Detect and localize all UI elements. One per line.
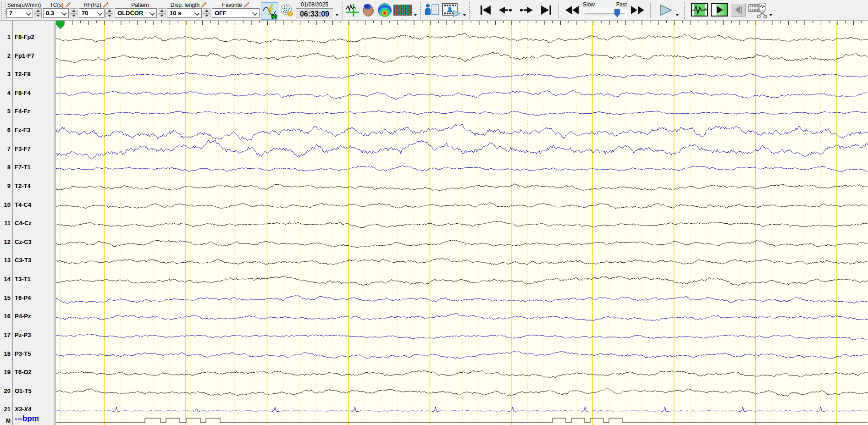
channel-label[interactable]: Fp1-F7 — [15, 52, 34, 59]
channel-label[interactable]: X3-X4 — [15, 406, 31, 413]
channel-number: 1 — [0, 33, 11, 40]
triangle-down-icon — [160, 15, 164, 17]
notch-filter-button[interactable]: 50 — [261, 2, 278, 20]
heart-rate-value: ---bpm — [15, 414, 39, 423]
spectrogram-icon — [393, 5, 412, 16]
spinner-up[interactable] — [158, 8, 166, 13]
edit-pencil-icon[interactable] — [103, 2, 109, 8]
video-clip-cut-button[interactable] — [748, 3, 767, 18]
channel-label[interactable]: T2-F8 — [15, 71, 31, 77]
patient-report-button[interactable] — [424, 2, 440, 18]
pattern-label: Pattern — [131, 2, 149, 8]
channel-number: 19 — [0, 369, 11, 375]
rewind-icon — [564, 5, 580, 15]
favorite-select[interactable]: OFF — [212, 8, 260, 18]
video-dropdown-button[interactable] — [462, 2, 467, 18]
page-back-button[interactable] — [498, 2, 513, 18]
triangle-up-icon — [160, 10, 164, 12]
display-length-select[interactable]: 10 s — [167, 8, 202, 18]
spinner-up[interactable] — [105, 8, 113, 13]
channel-number: 4 — [0, 89, 11, 96]
tc-group: TC(s) 0.3 — [43, 1, 77, 18]
step-back-disabled-button[interactable] — [730, 3, 746, 17]
channel-label[interactable]: F7-T1 — [15, 164, 31, 171]
channel-label[interactable]: Pz-P3 — [15, 331, 31, 338]
spinner-up[interactable] — [203, 8, 210, 13]
skip-to-end-button[interactable] — [540, 2, 552, 18]
clip-dropdown-button[interactable] — [768, 2, 773, 18]
spinner-up[interactable] — [70, 8, 77, 13]
eeg-canvas[interactable] — [55, 21, 868, 425]
time-display[interactable]: 06:33:09 — [296, 8, 333, 20]
channel-label[interactable]: T3-T1 — [15, 276, 31, 282]
spinner-down[interactable] — [34, 13, 42, 18]
back-disabled-icon — [732, 4, 745, 16]
channel-label[interactable]: Cz-C3 — [15, 238, 32, 245]
rewind-button[interactable] — [564, 2, 580, 18]
channel-label[interactable]: F3-F7 — [15, 145, 31, 152]
spectrogram-button[interactable] — [393, 2, 412, 18]
channel-label[interactable]: T2-T4 — [15, 182, 31, 189]
edit-pencil-icon[interactable] — [243, 2, 249, 8]
hf-group: HF(Hz) 70 — [79, 1, 113, 18]
channel-label[interactable]: T6-P4 — [15, 294, 31, 301]
play-dropdown-button[interactable] — [674, 2, 680, 18]
electrode-map-button[interactable] — [279, 2, 294, 18]
datetime-dropdown-button[interactable] — [334, 2, 339, 18]
speed-slider-thumb[interactable] — [614, 9, 620, 17]
channel-number: 13 — [0, 257, 11, 264]
fast-forward-button[interactable] — [630, 2, 645, 18]
edit-pencil-icon[interactable] — [65, 2, 71, 8]
channel-label[interactable]: F4-Fz — [15, 108, 30, 115]
channel-label[interactable]: T6-O2 — [15, 369, 32, 375]
trend-view-button[interactable] — [691, 3, 708, 17]
channel-label[interactable]: C4-Cz — [15, 220, 32, 226]
pattern-select[interactable]: OLDCOR — [115, 8, 157, 18]
display-length-label: Disp. length — [171, 2, 199, 8]
channel-number: 8 — [0, 164, 11, 171]
brain-3d-map-button[interactable] — [361, 2, 376, 18]
sensitivity-select[interactable]: 7 — [6, 8, 33, 18]
speed-slider-track[interactable] — [583, 8, 627, 18]
chevron-down-icon — [149, 11, 155, 16]
toolbar-grip[interactable] — [1, 2, 6, 19]
pattern-value: OLDCOR — [117, 10, 143, 17]
separator — [558, 3, 559, 18]
page-forward-button[interactable] — [519, 2, 534, 18]
spinner-down[interactable] — [70, 13, 77, 18]
channel-number: 20 — [0, 387, 11, 394]
sensitivity-label: Sens(uV/mm) — [7, 2, 41, 8]
spinner-up[interactable] — [34, 8, 42, 13]
play-button[interactable] — [659, 2, 673, 18]
tc-value: 0.3 — [46, 10, 54, 17]
channel-label[interactable]: Fz-F3 — [15, 127, 30, 133]
hf-label: HF(Hz) — [83, 2, 101, 8]
channel-number: 14 — [0, 276, 11, 282]
channel-label[interactable]: F8-Fp2 — [15, 33, 34, 40]
channel-label[interactable]: P4-Pz — [15, 313, 31, 320]
channel-label[interactable]: O1-T5 — [15, 387, 32, 394]
eeg-viewer-window: Sens(uV/mm) 7 TC(s) 0.3 — [0, 0, 868, 425]
waveform-cursor-button[interactable] — [346, 2, 359, 18]
hf-select[interactable]: 70 — [79, 8, 105, 18]
separator — [420, 2, 421, 19]
edit-pencil-icon[interactable] — [201, 2, 207, 8]
triangle-up-icon — [72, 10, 76, 12]
favorite-label: Favorite — [222, 2, 242, 8]
skip-to-start-button[interactable] — [480, 2, 492, 18]
video-sync-button[interactable] — [442, 2, 461, 18]
auto-advance-button[interactable] — [711, 3, 728, 17]
play-icon — [659, 4, 673, 16]
slow-label: Slow — [583, 1, 595, 8]
channel-label[interactable]: F8-F4 — [15, 89, 31, 96]
spinner-down[interactable] — [105, 13, 113, 18]
channel-label[interactable]: C3-T3 — [15, 257, 31, 264]
spinner-down[interactable] — [158, 13, 166, 18]
auto-advance-play-icon — [712, 4, 727, 16]
maps-dropdown-button[interactable] — [413, 2, 418, 18]
channel-label[interactable]: P3-T5 — [15, 350, 31, 357]
spinner-down[interactable] — [203, 13, 210, 18]
channel-label[interactable]: T4-C4 — [15, 201, 31, 208]
tc-select[interactable]: 0.3 — [43, 8, 69, 18]
topo-map-button[interactable] — [378, 2, 392, 18]
